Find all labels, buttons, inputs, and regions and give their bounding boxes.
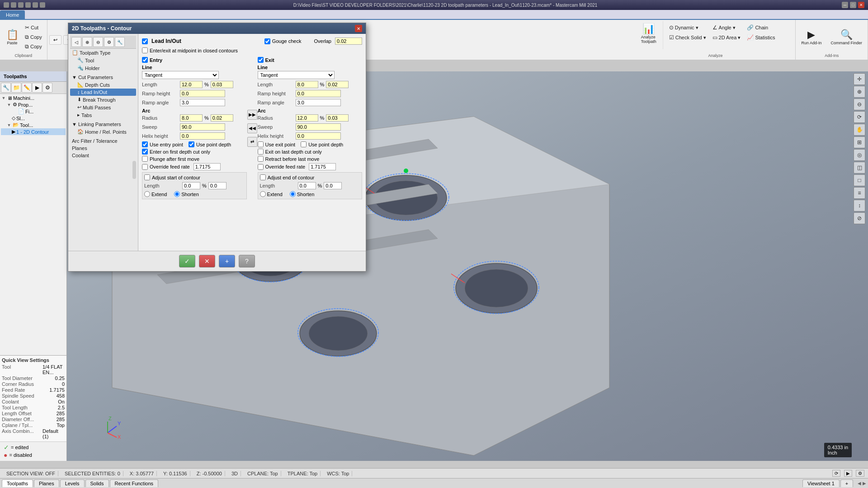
exit-ramp-angle-input[interactable] — [296, 99, 341, 106]
vp-cursor-btn[interactable]: ✛ — [854, 73, 865, 85]
vp-section-btn[interactable]: ≡ — [854, 187, 865, 199]
adj-start-pct-input[interactable] — [208, 182, 226, 189]
tab-add-viewsheet[interactable]: + — [840, 479, 853, 487]
dlg-tree-multi-passes[interactable]: ↩Multi Passes — [70, 103, 136, 111]
dlg-tree-cut-params[interactable]: ▼Cut Parameters — [70, 74, 136, 81]
tp-icon-4[interactable]: ▶ — [32, 83, 42, 93]
end-shorten-radio[interactable] — [290, 191, 296, 197]
vp-shade-btn[interactable]: ◫ — [854, 162, 865, 174]
dlg-tree-tool[interactable]: 🔧Tool — [70, 56, 136, 64]
arrow-right-button[interactable]: ▶▶ — [247, 110, 257, 120]
check-solid-button[interactable]: ☑ Check Solid ▾ — [667, 33, 708, 42]
exit-length-input[interactable] — [296, 81, 318, 88]
dlg-icon-3[interactable]: ⊖ — [93, 37, 103, 47]
add-button[interactable]: + — [219, 255, 235, 267]
tree-prop[interactable]: ▼ ⚙ Prop... — [1, 101, 66, 108]
dlg-tree-lead-inout[interactable]: ↕Lead In/Out — [70, 89, 136, 96]
settings-status-btn[interactable]: ⚙ — [856, 470, 864, 477]
arrow-left-button[interactable]: ◀◀ — [247, 123, 257, 133]
exit-radius-input[interactable] — [296, 114, 318, 122]
vp-grid-btn[interactable]: ⊘ — [854, 212, 865, 224]
tab-levels[interactable]: Levels — [60, 479, 85, 487]
dlg-tree-home-rel[interactable]: 🏠Home / Rel. Points — [70, 128, 136, 136]
entry-radius-pct-input[interactable] — [211, 114, 233, 122]
overlap-input[interactable] — [335, 38, 362, 45]
use-point-depth-exit-checkbox[interactable] — [301, 141, 307, 147]
sync-btn[interactable]: ⟳ — [832, 470, 840, 477]
enter-midpoint-checkbox[interactable] — [142, 47, 148, 53]
minimize-button[interactable]: ─ — [842, 2, 848, 8]
exit-sweep-input[interactable] — [296, 123, 341, 131]
copy-button[interactable]: ⧉ Copy — [23, 33, 44, 42]
dialog-close-button[interactable]: ✕ — [355, 25, 362, 32]
tree-machine[interactable]: ▼ 🖥 Machini... — [1, 95, 66, 101]
dlg-tree-tabs[interactable]: ▸Tabs — [70, 111, 136, 119]
dlg-icon-1[interactable]: ◁ — [71, 37, 81, 47]
dlg-icon-5[interactable]: 🔧 — [115, 37, 125, 47]
vp-wire-btn[interactable]: □ — [854, 174, 865, 186]
plunge-after-checkbox[interactable] — [142, 156, 148, 162]
tab-toolpaths[interactable]: Toolpaths — [2, 479, 33, 487]
end-extend-radio[interactable] — [260, 191, 266, 197]
tp-icon-5[interactable]: ⚙ — [42, 83, 52, 93]
vp-rotate-btn[interactable]: ⟳ — [854, 111, 865, 123]
use-entry-point-checkbox[interactable] — [142, 141, 148, 147]
tree-1[interactable]: ▶ 1 - 2D Contour — [1, 128, 66, 135]
dlg-tree-toolpath-type[interactable]: 📋Toolpath Type — [70, 49, 136, 56]
tp-icon-3[interactable]: ✏️ — [22, 83, 32, 93]
maximize-button[interactable]: □ — [850, 2, 856, 8]
angle-button[interactable]: ∠ Angle ▾ — [710, 23, 743, 32]
dlg-icon-4[interactable]: ⚙ — [104, 37, 114, 47]
tab-recent-functions[interactable]: Recent Functions — [110, 479, 159, 487]
run-addin-button[interactable]: ▶ Run Add-In — [798, 27, 824, 47]
tp-icon-1[interactable]: 🔧 — [1, 83, 11, 93]
adjust-start-checkbox[interactable] — [144, 174, 150, 180]
tab-planes[interactable]: Planes — [34, 479, 59, 487]
exit-length-pct-input[interactable] — [326, 81, 349, 88]
override-feed-entry-input[interactable] — [193, 163, 221, 170]
dlg-tree-arc-filter[interactable]: Arc Filter / Tolerance — [70, 137, 136, 145]
adjust-end-checkbox[interactable] — [260, 174, 266, 180]
override-feed-exit-input[interactable] — [309, 163, 336, 170]
area-2d-button[interactable]: ▭ 2D Area ▾ — [710, 33, 743, 42]
undo-button[interactable]: ↩ — [49, 35, 61, 45]
paste-button[interactable]: 📋 Paste — [3, 27, 22, 47]
entry-checkbox[interactable] — [142, 57, 148, 63]
entry-line-type[interactable]: Tangent Perpendicular None — [142, 71, 219, 79]
cut-button[interactable]: ✂ Cut — [23, 23, 44, 32]
tree-sl[interactable]: ◇ Sl... — [1, 115, 66, 122]
adj-end-length-input[interactable] — [298, 182, 316, 189]
tab-solids[interactable]: Solids — [85, 479, 109, 487]
tab-viewsheet1[interactable]: Viewsheet 1 — [802, 479, 840, 487]
exit-last-depth-checkbox[interactable] — [258, 149, 264, 155]
tree-toolpath-group[interactable]: ▼ 📂 Tool... — [1, 122, 66, 128]
lead-inout-checkbox[interactable] — [142, 38, 148, 44]
dynamic-button[interactable]: ⊙ Dynamic ▾ — [667, 23, 708, 32]
vp-pan-btn[interactable]: ✋ — [854, 124, 865, 136]
entry-length-pct-input[interactable] — [211, 81, 233, 88]
adj-start-length-input[interactable] — [182, 182, 200, 189]
shorten-radio[interactable] — [174, 191, 180, 197]
sync-button[interactable]: ⇄ — [247, 137, 257, 147]
adj-end-pct-input[interactable] — [324, 182, 342, 189]
dlg-tree-coolant[interactable]: Coolant — [70, 152, 136, 159]
close-button[interactable]: ✕ — [858, 2, 864, 8]
dlg-icon-2[interactable]: ⊕ — [82, 37, 92, 47]
retract-before-checkbox[interactable] — [258, 156, 264, 162]
toolpath-tree[interactable]: ▼ 🖥 Machini... ▼ ⚙ Prop... 📄 Fi... ◇ Sl.… — [0, 94, 66, 355]
vp-snap-btn[interactable]: ↕ — [854, 200, 865, 211]
entry-sweep-input[interactable] — [180, 123, 225, 131]
vp-zoom-btn[interactable]: ⊕ — [854, 86, 865, 98]
entry-ramp-height-input[interactable] — [180, 90, 225, 97]
vp-zoom-out-btn[interactable]: ⊖ — [854, 99, 865, 110]
vp-view-btn[interactable]: ◎ — [854, 149, 865, 161]
cancel-button[interactable]: ✕ — [199, 255, 215, 267]
entry-ramp-angle-input[interactable] — [180, 99, 225, 106]
statistics-button[interactable]: 📈 Statistics — [745, 33, 777, 42]
dlg-tree-holder[interactable]: 🔩Holder — [70, 64, 136, 72]
tp-icon-2[interactable]: 📁 — [11, 83, 21, 93]
exit-checkbox[interactable] — [258, 57, 264, 63]
exit-helix-input[interactable] — [296, 132, 341, 140]
use-point-depth-checkbox[interactable] — [189, 141, 194, 147]
analyze-toolpath-button[interactable]: 📊 AnalyzeToolpath — [638, 21, 659, 46]
